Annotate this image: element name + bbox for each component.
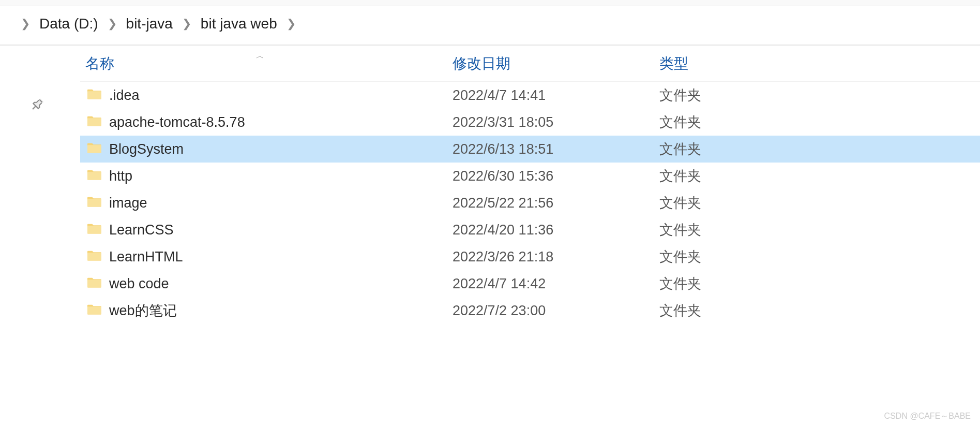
cell-type: 文件夹 (659, 140, 815, 158)
file-name: BlogSystem (109, 141, 184, 157)
main-area: 名称 ︿ 修改日期 类型 .idea2022/4/7 14:41文件夹apach… (0, 46, 980, 324)
file-name: LearnHTML (109, 249, 183, 265)
cell-modified: 2022/4/20 11:36 (453, 222, 659, 238)
breadcrumb-item-1[interactable]: bit-java (126, 16, 173, 32)
table-row[interactable]: apache-tomcat-8.5.782022/3/31 18:05文件夹 (80, 109, 980, 136)
folder-icon (87, 222, 102, 238)
chevron-right-icon: ❯ (21, 17, 30, 31)
cell-name: web code (80, 276, 453, 292)
left-gutter (0, 46, 80, 324)
cell-name: BlogSystem (80, 141, 453, 157)
file-name: .idea (109, 87, 140, 104)
file-name: image (109, 195, 147, 211)
table-row[interactable]: LearnHTML2022/3/26 21:18文件夹 (80, 243, 980, 270)
breadcrumb[interactable]: ❯ Data (D:) ❯ bit-java ❯ bit java web ❯ (0, 6, 980, 45)
table-row[interactable]: .idea2022/4/7 14:41文件夹 (80, 82, 980, 109)
folder-icon (87, 141, 102, 157)
folder-icon (87, 276, 102, 292)
cell-type: 文件夹 (659, 194, 815, 212)
cell-type: 文件夹 (659, 113, 815, 131)
cell-modified: 2022/6/13 18:51 (453, 141, 659, 157)
top-divider (0, 0, 980, 6)
cell-modified: 2022/3/31 18:05 (453, 114, 659, 130)
breadcrumb-item-2[interactable]: bit java web (201, 16, 277, 32)
cell-name: web的笔记 (80, 301, 453, 320)
file-name: web的笔记 (109, 301, 177, 320)
cell-type: 文件夹 (659, 301, 815, 320)
folder-icon (87, 87, 102, 104)
cell-modified: 2022/7/2 23:00 (453, 303, 659, 319)
column-name-label: 名称 (85, 54, 114, 74)
cell-name: .idea (80, 87, 453, 104)
column-header-row: 名称 ︿ 修改日期 类型 (80, 46, 980, 82)
cell-modified: 2022/4/7 14:42 (453, 276, 659, 292)
chevron-right-icon: ❯ (287, 17, 296, 31)
cell-name: LearnHTML (80, 249, 453, 265)
folder-icon (87, 114, 102, 130)
column-header-name[interactable]: 名称 (80, 54, 453, 74)
table-row[interactable]: http2022/6/30 15:36文件夹 (80, 163, 980, 189)
watermark: CSDN @CAFE～BABE (884, 411, 971, 422)
cell-type: 文件夹 (659, 247, 815, 266)
file-name: apache-tomcat-8.5.78 (109, 114, 245, 130)
folder-icon (87, 195, 102, 211)
cell-type: 文件夹 (659, 221, 815, 239)
table-row[interactable]: BlogSystem2022/6/13 18:51文件夹 (80, 136, 980, 163)
cell-modified: 2022/5/22 21:56 (453, 195, 659, 211)
cell-name: image (80, 195, 453, 211)
pin-icon[interactable] (31, 97, 44, 114)
cell-modified: 2022/6/30 15:36 (453, 168, 659, 184)
file-list: 名称 ︿ 修改日期 类型 .idea2022/4/7 14:41文件夹apach… (80, 46, 980, 324)
table-row[interactable]: LearnCSS2022/4/20 11:36文件夹 (80, 216, 980, 243)
sort-ascending-icon: ︿ (256, 51, 264, 62)
file-name: web code (109, 276, 169, 292)
breadcrumb-item-0[interactable]: Data (D:) (39, 16, 98, 32)
cell-type: 文件夹 (659, 167, 815, 185)
file-name: LearnCSS (109, 222, 174, 238)
file-name: http (109, 168, 132, 184)
rows-container: .idea2022/4/7 14:41文件夹apache-tomcat-8.5.… (80, 82, 980, 324)
cell-modified: 2022/4/7 14:41 (453, 87, 659, 104)
cell-modified: 2022/3/26 21:18 (453, 249, 659, 265)
table-row[interactable]: image2022/5/22 21:56文件夹 (80, 189, 980, 216)
cell-name: http (80, 168, 453, 184)
table-row[interactable]: web code2022/4/7 14:42文件夹 (80, 270, 980, 297)
chevron-right-icon: ❯ (108, 17, 117, 31)
table-row[interactable]: web的笔记2022/7/2 23:00文件夹 (80, 297, 980, 324)
cell-type: 文件夹 (659, 274, 815, 293)
column-header-type[interactable]: 类型 (659, 54, 815, 74)
cell-type: 文件夹 (659, 86, 815, 105)
cell-name: apache-tomcat-8.5.78 (80, 114, 453, 130)
chevron-right-icon: ❯ (182, 17, 191, 31)
folder-icon (87, 249, 102, 265)
cell-name: LearnCSS (80, 222, 453, 238)
folder-icon (87, 303, 102, 319)
folder-icon (87, 168, 102, 184)
column-header-modified[interactable]: 修改日期 (453, 54, 659, 74)
